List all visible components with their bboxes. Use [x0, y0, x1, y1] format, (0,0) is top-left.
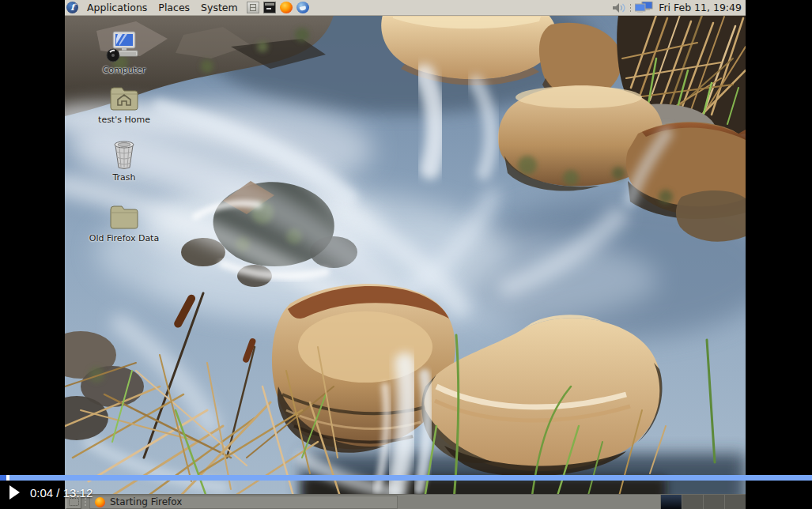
progress-played	[0, 475, 6, 481]
progress-bar[interactable]	[0, 475, 812, 481]
workspace-2[interactable]	[682, 495, 703, 509]
top-panel: f Applications Places System Fri Feb 11,	[65, 0, 746, 16]
desktop-icon-label: test's Home	[98, 115, 150, 125]
firefox-icon[interactable]	[280, 2, 293, 13]
terminal-icon[interactable]	[263, 2, 276, 13]
thunderbird-icon[interactable]	[296, 2, 309, 13]
desktop-icon-home[interactable]: test's Home	[85, 84, 164, 125]
bottom-taskbar: Starting Firefox	[65, 494, 746, 509]
menu-system[interactable]: System	[195, 0, 244, 15]
workspace-switcher	[660, 495, 746, 509]
desktop-icon-label: Computer	[103, 65, 146, 75]
workspace-3[interactable]	[703, 495, 724, 509]
progress-remaining	[9, 475, 812, 481]
folder-icon	[108, 202, 140, 232]
panel-status-area: Fri Feb 11, 19:49	[612, 2, 746, 13]
fedora-logo-icon[interactable]: f	[66, 2, 78, 13]
screencast-video: f Applications Places System Fri Feb 11,	[65, 0, 746, 509]
desktop-icon-label: Old Firefox Data	[89, 233, 159, 243]
workspace-1[interactable]	[660, 495, 682, 509]
workspace-4[interactable]	[724, 495, 746, 509]
menu-places[interactable]: Places	[153, 0, 195, 15]
play-button[interactable]	[9, 485, 20, 500]
desktop-icon-label: Trash	[112, 172, 135, 183]
desktop-icon-trash[interactable]: Trash	[85, 139, 164, 183]
firefox-icon	[95, 497, 105, 507]
trash-icon	[108, 139, 140, 171]
wallpaper-stream-photo	[65, 15, 746, 509]
desktop-icon-old-firefox-data[interactable]: Old Firefox Data	[85, 202, 164, 243]
applet-handle[interactable]	[629, 3, 632, 13]
panel-launchers	[247, 2, 309, 13]
network-icon[interactable]	[635, 2, 653, 13]
volume-icon[interactable]	[612, 2, 626, 13]
computer-icon	[106, 30, 142, 63]
clock-applet[interactable]: Fri Feb 11, 19:49	[656, 2, 744, 13]
window-button-label: Starting Firefox	[110, 496, 182, 507]
menu-applications[interactable]: Applications	[81, 0, 153, 15]
file-manager-icon[interactable]	[247, 2, 259, 13]
window-button-starting-firefox[interactable]: Starting Firefox	[89, 496, 398, 509]
time-display: 0:04 / 13:12	[30, 486, 93, 500]
desktop-icon-computer[interactable]: Computer	[85, 30, 164, 75]
home-folder-icon	[108, 84, 140, 113]
